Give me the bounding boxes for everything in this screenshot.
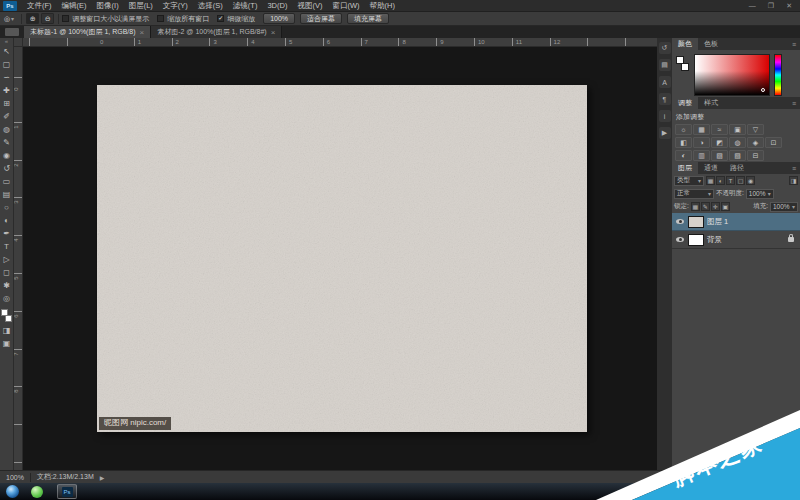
eraser-tool-icon[interactable]: ▭	[0, 175, 14, 188]
layer-row-layer1[interactable]: 图层 1	[672, 213, 800, 231]
canvas-pasteboard[interactable]: 昵图网 nipic.com/	[23, 47, 657, 470]
menu-item[interactable]: 选择(S)	[193, 0, 228, 11]
path-selection-tool-icon[interactable]: ▷	[0, 253, 14, 266]
dodge-tool-icon[interactable]: ◐	[0, 214, 14, 227]
layer-thumbnail[interactable]	[688, 216, 704, 228]
gradient-tool-icon[interactable]: ▤	[0, 188, 14, 201]
history-brush-tool-icon[interactable]: ↺	[0, 162, 14, 175]
properties-panel-icon[interactable]: ▤	[659, 59, 671, 71]
move-tool-icon[interactable]: ↖	[0, 45, 14, 58]
lock-all-icon[interactable]: ▣	[721, 202, 730, 211]
tab-paths[interactable]: 路径	[724, 162, 750, 174]
start-button[interactable]	[6, 485, 19, 498]
vertical-ruler[interactable]: 012345678	[14, 47, 23, 470]
options-button[interactable]: 100%	[263, 13, 295, 24]
menu-item[interactable]: 编辑(E)	[57, 0, 92, 11]
layer-filter-kind-select[interactable]: 类型 ▾	[674, 176, 704, 186]
panel-color-swatches[interactable]	[675, 54, 690, 93]
layer-name[interactable]: 背景	[707, 235, 722, 245]
browser-taskbar-icon[interactable]	[31, 486, 43, 498]
vibrance-icon[interactable]: ▽	[747, 124, 764, 135]
clone-stamp-tool-icon[interactable]: ◉	[0, 149, 14, 162]
posterize-icon[interactable]: ▥	[693, 150, 710, 161]
menu-item[interactable]: 文件(F)	[22, 0, 57, 11]
quick-selection-tool-icon[interactable]: ✚	[0, 84, 14, 97]
paragraph-panel-icon[interactable]: ¶	[659, 93, 671, 105]
brush-tool-icon[interactable]: ✎	[0, 136, 14, 149]
background-color-swatch[interactable]	[5, 315, 12, 322]
lock-pixels-icon[interactable]: ✎	[701, 202, 710, 211]
options-button[interactable]: 适合屏幕	[300, 13, 342, 24]
horizontal-ruler[interactable]: 0123456789101112	[23, 38, 657, 47]
menu-item[interactable]: 3D(D)	[262, 0, 292, 11]
black-white-icon[interactable]: ◩	[711, 137, 728, 148]
foreground-background-swatches[interactable]	[1, 309, 12, 322]
hand-tool-icon[interactable]: ✱	[0, 279, 14, 292]
close-icon[interactable]: ✕	[786, 2, 792, 10]
menu-item[interactable]: 文字(Y)	[158, 0, 193, 11]
tab-adjustments[interactable]: 调整	[672, 97, 698, 109]
close-icon[interactable]: ×	[271, 28, 276, 37]
filter-type-layers-icon[interactable]: T	[726, 176, 735, 185]
zoom-tool-icon[interactable]: ◎	[0, 292, 14, 305]
tab-swatches[interactable]: 色板	[698, 38, 724, 50]
shape-tool-icon[interactable]: ◻	[0, 266, 14, 279]
document-tab-untitled[interactable]: 未标题-1 @ 100%(图层 1, RGB/8) ×	[24, 26, 151, 38]
color-balance-icon[interactable]: ◑	[693, 137, 710, 148]
character-panel-icon[interactable]: A	[659, 76, 671, 88]
fill-select[interactable]: 100% ▾	[770, 202, 798, 212]
menu-item[interactable]: 图像(I)	[92, 0, 124, 11]
info-panel-icon[interactable]: i	[659, 110, 671, 122]
menu-item[interactable]: 滤镜(T)	[228, 0, 263, 11]
filter-smart-objects-icon[interactable]: ◉	[746, 176, 755, 185]
visibility-eye-icon[interactable]	[676, 237, 684, 242]
visibility-eye-icon[interactable]	[676, 219, 684, 224]
panel-menu-icon[interactable]: ≡	[792, 41, 800, 48]
marquee-tool-icon[interactable]: ▢	[0, 58, 14, 71]
gradient-map-icon[interactable]: ▧	[729, 150, 746, 161]
saturation-brightness-field[interactable]	[694, 54, 770, 96]
layer-thumbnail[interactable]	[688, 234, 704, 246]
filter-pixel-layers-icon[interactable]: ▦	[706, 176, 715, 185]
curves-icon[interactable]: ≈	[711, 124, 728, 135]
lasso-tool-icon[interactable]: ∽	[0, 71, 14, 84]
color-lookup-icon[interactable]: ⊡	[765, 137, 782, 148]
layer-filter-toggle-icon[interactable]: ◨	[789, 176, 798, 185]
lock-transparency-icon[interactable]: ▦	[691, 202, 700, 211]
menu-item[interactable]: 图层(L)	[124, 0, 158, 11]
lock-position-icon[interactable]: ✛	[711, 202, 720, 211]
menu-item[interactable]: 帮助(H)	[365, 0, 400, 11]
layer-row-background[interactable]: 背景	[672, 231, 800, 249]
threshold-icon[interactable]: ▨	[711, 150, 728, 161]
panel-menu-icon[interactable]: ≡	[792, 165, 800, 172]
selective-color-icon[interactable]: ⊟	[747, 150, 764, 161]
color-picker-marker[interactable]	[761, 88, 765, 92]
crop-tool-icon[interactable]: ⊞	[0, 97, 14, 110]
opacity-select[interactable]: 100% ▾	[746, 189, 774, 199]
filter-shape-layers-icon[interactable]: ▢	[736, 176, 745, 185]
option-checkbox[interactable]: 缩放所有窗口	[157, 14, 209, 24]
foreground-color-swatch[interactable]	[1, 309, 8, 316]
layer-name[interactable]: 图层 1	[707, 217, 728, 227]
healing-brush-tool-icon[interactable]: ◍	[0, 123, 14, 136]
minimize-icon[interactable]: —	[749, 2, 756, 10]
menu-item[interactable]: 视图(V)	[292, 0, 327, 11]
quick-mask-icon[interactable]: ◨	[0, 324, 14, 337]
option-checkbox[interactable]: ✓ 细微缩放	[217, 14, 255, 24]
document-canvas[interactable]: 昵图网 nipic.com/	[97, 85, 587, 432]
invert-icon[interactable]: ◐	[675, 150, 692, 161]
photo-filter-icon[interactable]: ◍	[729, 137, 746, 148]
filter-adjustment-layers-icon[interactable]: ◐	[716, 176, 725, 185]
hue-slider[interactable]	[774, 54, 782, 96]
status-expand-icon[interactable]: ▶	[100, 474, 105, 481]
actions-panel-icon[interactable]: ▶	[659, 127, 671, 139]
screen-mode-icon[interactable]: ▣	[0, 337, 14, 350]
channel-mixer-icon[interactable]: ◈	[747, 137, 764, 148]
zoom-tool-preset-icon[interactable]: ◎ ▾	[0, 15, 18, 23]
close-icon[interactable]: ×	[140, 28, 145, 37]
tab-color[interactable]: 颜色	[672, 38, 698, 50]
options-button[interactable]: 填充屏幕	[347, 13, 389, 24]
type-tool-icon[interactable]: T	[0, 240, 14, 253]
tab-layers[interactable]: 图层	[672, 162, 698, 174]
background-color-swatch[interactable]	[681, 63, 689, 71]
